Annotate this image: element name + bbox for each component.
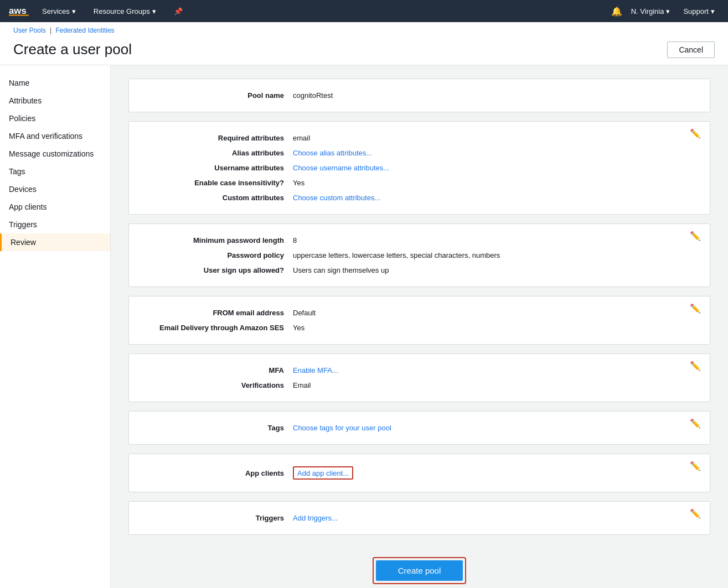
- resource-groups-label: Resource Groups: [94, 7, 150, 15]
- sidebar-item-triggers[interactable]: Triggers: [0, 216, 110, 233]
- region-selector[interactable]: N. Virginia ▾: [627, 0, 675, 22]
- sidebar-item-tags[interactable]: Tags: [0, 163, 110, 180]
- user-pools-link[interactable]: User Pools: [13, 27, 46, 34]
- svg-text:aws: aws: [9, 6, 27, 16]
- pool-name-row: Pool name cognitoRtest: [138, 88, 683, 103]
- policies-card: ✏️ Minimum password length 8 Password po…: [128, 223, 710, 287]
- sidebar-item-message[interactable]: Message customizations: [0, 145, 110, 163]
- app-clients-label: App clients: [138, 469, 293, 477]
- app-clients-value[interactable]: Add app client...: [297, 469, 349, 477]
- sidebar-item-attributes[interactable]: Attributes: [0, 92, 110, 110]
- breadcrumb: User Pools | Federated Identities: [13, 27, 715, 34]
- required-attributes-value: email: [293, 134, 310, 142]
- tags-card: ✏️ Tags Choose tags for your user pool: [128, 411, 710, 445]
- top-nav: aws Services ▾ Resource Groups ▾ 📌 🔔 N. …: [0, 0, 728, 22]
- tags-label: Tags: [138, 424, 293, 432]
- region-label: N. Virginia: [631, 7, 664, 15]
- policies-edit-icon[interactable]: ✏️: [690, 231, 701, 241]
- triggers-row: Triggers Add triggers...: [138, 511, 683, 525]
- bell-icon[interactable]: 🔔: [611, 6, 622, 17]
- pw-policy-value: uppercase letters, lowercase letters, sp…: [293, 251, 500, 259]
- app-clients-edit-icon[interactable]: ✏️: [690, 461, 701, 471]
- pool-name-card: Pool name cognitoRtest: [128, 79, 710, 112]
- from-email-value: Default: [293, 309, 316, 317]
- region-chevron-icon: ▾: [666, 7, 670, 15]
- pool-name-label: Pool name: [138, 91, 293, 100]
- required-attributes-label: Required attributes: [138, 134, 293, 142]
- username-attributes-row: Username attributes Choose username attr…: [138, 160, 683, 175]
- mfa-value[interactable]: Enable MFA...: [293, 366, 338, 374]
- triggers-label: Triggers: [138, 514, 293, 522]
- pin-icon-nav[interactable]: 📌: [169, 0, 187, 22]
- case-insensitivity-label: Enable case insensitivity?: [138, 179, 293, 187]
- verifications-label: Verifications: [138, 381, 293, 389]
- pw-policy-label: Password policy: [138, 251, 293, 259]
- ses-delivery-row: Email Delivery through Amazon SES Yes: [138, 320, 683, 335]
- signup-label: User sign ups allowed?: [138, 266, 293, 274]
- from-email-label: FROM email address: [138, 309, 293, 317]
- username-attributes-value[interactable]: Choose username attributes...: [293, 164, 389, 172]
- federated-link[interactable]: Federated Identities: [56, 27, 115, 34]
- email-card: ✏️ FROM email address Default Email Deli…: [128, 296, 710, 345]
- tags-edit-icon[interactable]: ✏️: [690, 418, 701, 429]
- top-nav-right: 🔔 N. Virginia ▾ Support ▾: [611, 0, 719, 22]
- min-pw-label: Minimum password length: [138, 236, 293, 244]
- mfa-row: MFA Enable MFA...: [138, 363, 683, 378]
- attributes-edit-icon[interactable]: ✏️: [690, 128, 701, 139]
- sidebar: Name Attributes Policies MFA and verific…: [0, 65, 111, 588]
- signup-value: Users can sign themselves up: [293, 266, 389, 274]
- pin-icon: 📌: [174, 7, 183, 15]
- sidebar-item-devices[interactable]: Devices: [0, 180, 110, 198]
- sidebar-item-policies[interactable]: Policies: [0, 110, 110, 127]
- triggers-card: ✏️ Triggers Add triggers...: [128, 501, 710, 535]
- username-attributes-label: Username attributes: [138, 164, 293, 172]
- page-title-row: Create a user pool Cancel: [13, 37, 715, 65]
- tags-value[interactable]: Choose tags for your user pool: [293, 424, 391, 432]
- resource-groups-chevron-icon: ▾: [152, 7, 156, 15]
- mfa-edit-icon[interactable]: ✏️: [690, 361, 701, 371]
- from-email-row: FROM email address Default: [138, 305, 683, 320]
- aws-logo[interactable]: aws: [9, 4, 29, 18]
- email-edit-icon[interactable]: ✏️: [690, 303, 701, 314]
- signup-row: User sign ups allowed? Users can sign th…: [138, 263, 683, 278]
- min-pw-value: 8: [293, 236, 297, 244]
- case-insensitivity-value: Yes: [293, 179, 304, 187]
- case-insensitivity-row: Enable case insensitivity? Yes: [138, 175, 683, 190]
- cancel-button[interactable]: Cancel: [667, 41, 715, 58]
- main-layout: Name Attributes Policies MFA and verific…: [0, 65, 728, 588]
- alias-attributes-label: Alias attributes: [138, 149, 293, 157]
- services-label: Services: [42, 7, 70, 15]
- alias-attributes-value[interactable]: Choose alias attributes...: [293, 149, 372, 157]
- create-pool-button[interactable]: Create pool: [376, 560, 463, 581]
- min-pw-row: Minimum password length 8: [138, 233, 683, 248]
- custom-attributes-value[interactable]: Choose custom attributes...: [293, 194, 380, 202]
- custom-attributes-label: Custom attributes: [138, 194, 293, 202]
- app-clients-row: App clients Add app client...: [138, 463, 683, 483]
- breadcrumb-bar: User Pools | Federated Identities Create…: [0, 22, 728, 65]
- sidebar-item-name[interactable]: Name: [0, 74, 110, 92]
- main-content: Pool name cognitoRtest ✏️ Required attri…: [111, 65, 728, 588]
- support-menu[interactable]: Support ▾: [679, 0, 719, 22]
- app-clients-highlight: Add app client...: [293, 466, 353, 480]
- svg-rect-1: [9, 15, 29, 16]
- required-attributes-row: Required attributes email: [138, 131, 683, 145]
- resource-groups-nav[interactable]: Resource Groups ▾: [89, 0, 161, 22]
- sidebar-item-review[interactable]: Review: [0, 233, 110, 251]
- triggers-edit-icon[interactable]: ✏️: [690, 508, 701, 519]
- verifications-row: Verifications Email: [138, 378, 683, 393]
- support-chevron-icon: ▾: [711, 7, 715, 15]
- attributes-card: ✏️ Required attributes email Alias attri…: [128, 121, 710, 215]
- page-title: Create a user pool: [13, 41, 132, 58]
- create-pool-area: Create pool: [128, 544, 710, 588]
- app-clients-card: ✏️ App clients Add app client...: [128, 454, 710, 492]
- pw-policy-row: Password policy uppercase letters, lower…: [138, 248, 683, 263]
- triggers-value[interactable]: Add triggers...: [293, 514, 338, 522]
- services-nav[interactable]: Services ▾: [38, 0, 80, 22]
- mfa-card: ✏️ MFA Enable MFA... Verifications Email: [128, 353, 710, 402]
- pool-name-value: cognitoRtest: [293, 91, 333, 100]
- tags-row: Tags Choose tags for your user pool: [138, 420, 683, 435]
- sidebar-item-app-clients[interactable]: App clients: [0, 198, 110, 216]
- mfa-label: MFA: [138, 366, 293, 374]
- sidebar-item-mfa[interactable]: MFA and verifications: [0, 127, 110, 145]
- custom-attributes-row: Custom attributes Choose custom attribut…: [138, 190, 683, 205]
